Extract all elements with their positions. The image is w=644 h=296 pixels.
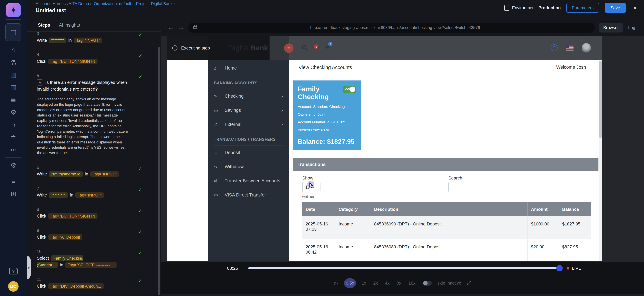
us-flag-icon[interactable] [566,45,574,50]
step-row[interactable]: 10SelectFamily Checking (Standar...inTag… [37,247,151,270]
family-checking-card[interactable]: Family Checking ON Account: Standard Che… [293,80,361,150]
step-number: 11 [37,276,45,283]
view-mode-tab[interactable]: Log [624,23,639,32]
search-input[interactable] [448,182,496,192]
table-column-header[interactable]: Date [302,202,335,216]
step-row[interactable]: 7Write*********inTag="INPUT" [37,183,151,200]
step-row[interactable]: 6Writejsmith@demo.ioinTag="INPUT" [37,162,151,179]
sidebar-item-transfer-between-accounts[interactable]: ⇄ Transfer Between Accounts [208,174,289,188]
step-action: Click [37,213,46,219]
sidebar-item-label: Checking [225,94,244,99]
bank-content: Family Checking ON Account: Standard Che… [289,76,599,261]
list-icon[interactable]: ≣ [6,93,21,106]
step-part: Tag="INPUT" [90,171,119,177]
cell-description: 845336090 (DPT) - Online Deposit [370,216,528,239]
step-row[interactable]: 5AIs there an error message displayed wh… [37,71,151,158]
page-scrollbar[interactable] [599,60,602,261]
fullscreen-icon[interactable]: ⤢ [467,280,471,286]
sliders-icon[interactable]: ≑ [6,131,21,143]
speed-option[interactable]: 4x [383,279,391,287]
speed-option[interactable]: 1x [360,279,368,287]
notification-count-badge: 0 [314,44,318,49]
panel-collapse-handle[interactable]: ▶ [27,256,31,279]
steps-panel-tab[interactable]: AI insights [59,22,80,28]
url-bar[interactable]: http://prod.dbank.staging-apps.relicx.ai… [188,22,595,33]
sidebar-item-savings[interactable]: ▭ Savings › [208,103,289,117]
org-settings-icon[interactable]: ⊞ [6,187,21,200]
hamburger-menu-button[interactable]: ≡ [284,43,294,53]
table-column-header[interactable]: Category [335,202,370,216]
speed-option[interactable]: 16x [407,279,417,287]
rail-divider[interactable] [6,171,21,175]
back-icon[interactable]: ← [168,24,174,31]
sidebar-item-home[interactable]: ⌂ Home [208,61,289,75]
gear-icon[interactable]: ⚙ [6,106,21,118]
speed-option[interactable]: 8x [395,279,403,287]
table-column-header[interactable]: Description [370,202,528,216]
play-button[interactable]: ▷ [334,280,338,286]
step-status-icon [138,32,144,36]
close-icon[interactable]: × [632,4,638,11]
sidebar-item-deposit[interactable]: → Deposit [208,146,289,160]
module-box-icon[interactable]: ▢ [6,23,21,41]
table-header-row: DateCategoryDescriptionAmountBalance [302,202,591,216]
steps-panel-tab[interactable]: Steps [38,22,50,28]
breadcrumb-link[interactable]: Organization: default [94,1,131,6]
messages-envelope-icon[interactable]: ✉0 [325,44,330,50]
sidebar-item-external[interactable]: ↗ External › [208,117,289,132]
step-ai-explanation: The screenshot clearly shows an error me… [37,97,128,155]
step-row[interactable]: 9ClickTag="A" Deposit [37,225,151,242]
environment-selector[interactable]: Environment Production [504,5,561,11]
settings-icon[interactable]: ⚙ [6,159,21,171]
step-row[interactable]: 4ClickTag="BUTTON" SIGN IN [37,50,151,66]
columns-icon[interactable]: ▥ [6,81,21,93]
cell-description: 845336089 (DPT) - Online Deposit [370,239,528,261]
layers-settings-icon[interactable]: ≡ [6,175,21,187]
steps-panel: Steps AI insights 3Write********inTag="I… [27,19,161,296]
page-size-select[interactable]: 10 ⌄ [302,182,320,192]
steps-scrollbar[interactable] [158,47,160,295]
step-action: Click [37,59,46,64]
toast-text: Executing step [181,45,210,51]
playback-progress-bar[interactable] [248,267,560,269]
scrollbar-thumb[interactable] [599,61,602,138]
account-on-toggle[interactable]: ON [342,86,356,93]
harness-ai-logo-icon[interactable]: ✦ [6,3,21,17]
sidebar-section-heading: TRANSACTIONS / TRANSFERS [208,132,289,145]
sidebar-item-withdraw[interactable]: ↪ Withdraw [208,160,289,174]
search-icon[interactable] [302,45,306,49]
home-icon[interactable]: ⌂ [6,44,21,56]
grid-icon[interactable]: ▦ [6,69,21,81]
speed-option[interactable]: 0.5x [344,278,356,288]
save-button[interactable]: Save [605,3,626,13]
forward-icon[interactable]: → [178,24,184,31]
breadcrumb-link[interactable]: Account: Harness AITA Demo [36,1,89,6]
link-icon[interactable]: ∞ [6,143,21,156]
step-number: 10 [37,248,45,255]
flask-icon[interactable]: ⚗ [6,56,21,69]
parameters-button[interactable]: Parameters [566,3,599,13]
profile-avatar[interactable] [582,43,591,52]
table-column-header[interactable]: Amount [528,202,559,216]
step-row[interactable]: 8ClickTag="BUTTON" SIGN IN [37,204,151,221]
monitor-icon[interactable]: ∩ [6,118,21,131]
progress-thumb[interactable] [556,265,563,272]
rail-divider[interactable] [6,156,21,159]
user-avatar[interactable]: DC [8,281,18,292]
speed-option[interactable]: 2x [372,279,380,287]
sidebar-item-checking[interactable]: ✎ Checking › [208,89,289,103]
help-chat-icon[interactable]: ? [9,268,18,275]
environment-icon [504,5,510,11]
breadcrumb-link[interactable]: Project: Digital Bank [136,1,172,6]
skip-inactive-toggle[interactable] [423,281,432,286]
view-mode-tab[interactable]: Browser [599,23,623,32]
table-row[interactable]: 2025-05-16 06:42 Income 845336089 (DPT) … [302,239,591,261]
welcome-text: Welcome Josh [556,65,586,70]
step-row[interactable]: 11ClickTag="DIV" Deposit Amoun... [37,275,151,291]
help-icon[interactable]: ? [550,44,558,51]
sidebar-item-visa-direct-transfer[interactable]: ▭ VISA Direct Transfer [208,188,289,202]
table-column-header[interactable]: Balance [559,202,591,216]
app-window: ✦ ▢ ⌂ ⚗ ▦ ▥ ≣ ⚙ ∩ ≑ ∞ [0,0,644,296]
step-row[interactable]: 3Write********inTag="INPUT" [37,32,151,45]
table-row[interactable]: 2025-05-16 07:03 Income 845336090 (DPT) … [302,216,591,239]
